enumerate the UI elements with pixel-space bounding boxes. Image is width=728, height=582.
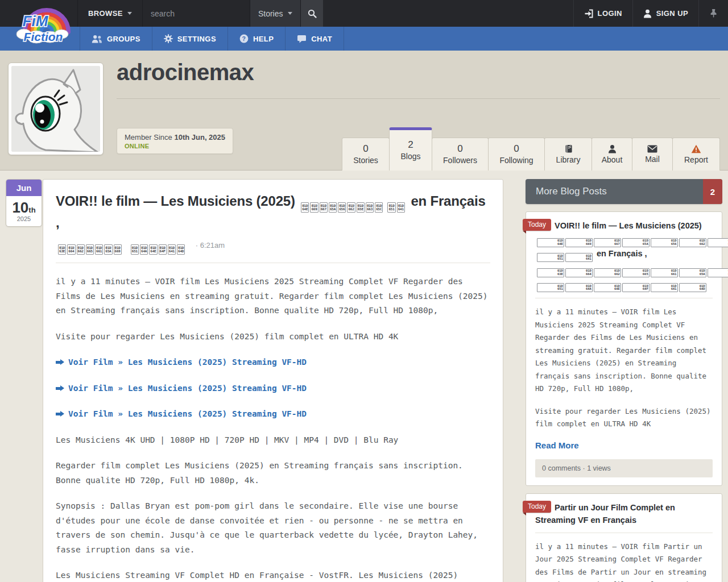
comments-views-bar[interactable]: 0 comments · 1 views (535, 459, 713, 477)
missing-glyph-box: 01D662 (347, 202, 355, 213)
sidebar-post-body: il y a 11 minutes — VOIR film Partir un … (535, 541, 713, 582)
envelope-icon (647, 145, 657, 153)
missing-glyph-box: 01D64E (594, 283, 621, 292)
warning-icon (691, 144, 701, 153)
tab-mail[interactable]: Mail (632, 138, 673, 171)
login-button[interactable]: LOGIN (573, 0, 632, 27)
arrow-right-icon (56, 385, 64, 392)
sidebar-post-card: Today VOIR!! le film — Les Musiciens (20… (526, 211, 722, 486)
post-paragraph: il y a 11 minutes — VOIR film Partir un … (535, 541, 713, 582)
sidebar-post-body: il y a 11 minutes — VOIR film Les Musici… (535, 306, 713, 431)
blog-date-day: 10th (6, 196, 42, 215)
missing-glyph-box: 01D651 (537, 253, 564, 262)
missing-glyph-box: 01D64D (177, 244, 185, 255)
header-divider (117, 98, 720, 99)
title-divider (535, 298, 713, 298)
missing-glyph-row: 01D65101D64A01D64E01D64F01D64101D64D (131, 244, 185, 255)
missing-glyph-box: 01D64E (537, 238, 564, 247)
search-bar (142, 0, 250, 27)
sidebar-post-title[interactable]: Partir un Jour Film Complet en Streaming… (535, 501, 713, 527)
search-category-select[interactable]: Stories (250, 0, 301, 27)
stream-link-line: Voir Film » Les Musiciens (2025) Streami… (56, 355, 490, 370)
missing-glyph-box: 01D651 (387, 202, 395, 213)
blog-post-title[interactable]: VOIR!! le film — Les Musiciens (2025) 01… (56, 191, 490, 255)
missing-glyph-row: 01D63E01D66401D66201D66501D66101D65A01D6… (58, 244, 122, 255)
missing-glyph-box: 01D65A (622, 238, 650, 247)
read-more-link[interactable]: Read More (535, 440, 579, 450)
tab-following[interactable]: 0 Following (488, 138, 545, 171)
missing-glyph-box: 01D669 (565, 238, 593, 247)
settings-button[interactable]: SETTINGS (152, 27, 228, 51)
tab-stories[interactable]: 0 Stories (342, 138, 390, 171)
missing-glyph-box: 01D662 (594, 268, 621, 277)
page-title-username: adrocinemax (117, 60, 254, 85)
book-icon (564, 144, 573, 153)
tab-blogs[interactable]: 2 Blogs (389, 127, 432, 171)
voir-film-link[interactable]: Voir Film » Les Musiciens (2025) Streami… (68, 357, 307, 367)
missing-glyph-row: 01D64E01D66901D66701D65A01D65601D66201D6… (537, 238, 728, 247)
tab-blogs-count: 2 (408, 140, 413, 151)
tab-about-label: About (602, 155, 623, 164)
main-blog-card: VOIR!! le film — Les Musiciens (2025) 01… (43, 179, 503, 582)
sidebar-header: More Blog Posts 2 (526, 179, 722, 204)
fimfiction-logo[interactable]: FiM Fiction (11, 2, 74, 47)
person-icon (608, 144, 617, 153)
blog-date-box: Jun 10th 2025 (6, 179, 42, 227)
help-icon: ? (239, 34, 249, 43)
missing-glyph-box: 01D64A (140, 244, 148, 255)
tab-followers-label: Followers (443, 156, 477, 165)
pin-button[interactable] (698, 0, 728, 27)
avatar[interactable] (8, 63, 104, 155)
profile-header: adrocinemax Member Since 10th Jun, 2025 … (0, 51, 728, 171)
missing-glyph-box: 01D641 (168, 244, 176, 255)
missing-glyph-row: 01D65101D641 (387, 202, 405, 213)
search-button[interactable] (300, 0, 323, 27)
missing-glyph-box: 01D667 (320, 202, 328, 213)
post-paragraph: Les Musiciens 4K UHD | 1080P HD | 720P H… (56, 433, 490, 448)
tab-followers[interactable]: 0 Followers (432, 138, 489, 171)
missing-glyph-box: 01D669 (310, 202, 318, 213)
missing-glyph-box: 01D641 (651, 283, 678, 292)
missing-glyph-row: 01D65101D64A01D64E01D64F01D64101D64D (537, 283, 706, 292)
title-divider (535, 533, 713, 533)
browse-button[interactable]: BROWSE (77, 0, 142, 27)
missing-glyph-box: 01D641 (565, 253, 593, 262)
svg-text:FiM: FiM (23, 13, 49, 30)
chat-button[interactable]: CHAT (285, 27, 344, 51)
tab-about[interactable]: About (592, 138, 632, 171)
missing-glyph-box: 01D661 (651, 268, 678, 277)
signup-label: SIGN UP (656, 9, 688, 18)
voir-film-link[interactable]: Voir Film » Les Musiciens (2025) Streami… (68, 384, 307, 393)
help-label: HELP (253, 35, 274, 43)
sidebar-header-label: More Blog Posts (536, 186, 607, 197)
missing-glyph-box: 01D63E (537, 268, 564, 277)
sidebar-post-title[interactable]: VOIR!! le film — Les Musiciens (2025) 01… (535, 219, 713, 292)
gear-icon (164, 34, 173, 43)
today-ribbon-badge: Today (523, 501, 551, 513)
groups-label: GROUPS (107, 35, 140, 43)
blog-post-time: · 6:21am (196, 241, 225, 250)
missing-glyph-box: 01D64F (622, 283, 650, 292)
search-input[interactable] (143, 0, 250, 27)
post-paragraph: Synopsis : Dallas Bryan est pom-pom girl… (56, 499, 490, 557)
member-since-box: Member Since 10th Jun, 2025 ONLINE (117, 128, 233, 154)
signup-button[interactable]: SIGN UP (632, 0, 698, 27)
help-button[interactable]: ? HELP (228, 27, 285, 51)
missing-glyph-box: 01D665 (86, 244, 94, 255)
today-ribbon-badge: Today (523, 219, 551, 231)
missing-glyph-box: 01D64D (679, 283, 706, 292)
tab-library[interactable]: Library (544, 138, 592, 171)
missing-glyph-box: 01D64E (301, 202, 309, 213)
tab-report[interactable]: Report (672, 138, 720, 171)
title-divider (56, 263, 490, 263)
voir-film-link[interactable]: Voir Film » Les Musiciens (2025) Streami… (68, 409, 307, 418)
missing-glyph-box: 01D656 (338, 202, 346, 213)
post-paragraph: Visite pour regarder Les Musiciens (2025… (535, 405, 713, 431)
member-since-label: Member Since (125, 133, 174, 142)
missing-glyph-box: 01D662 (679, 238, 706, 247)
groups-button[interactable]: GROUPS (80, 27, 152, 51)
missing-glyph-box: 01D65A (329, 202, 337, 213)
tab-blogs-label: Blogs (400, 152, 420, 161)
chevron-down-icon (127, 12, 132, 15)
missing-glyph-box: 01D669 (708, 268, 728, 277)
